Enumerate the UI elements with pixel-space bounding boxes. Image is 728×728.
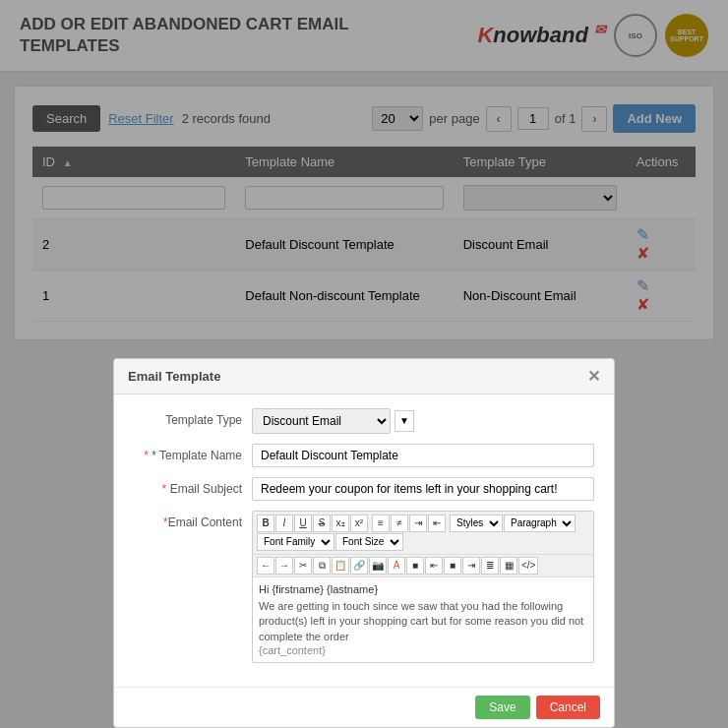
template-type-select[interactable]: Discount Email Non-Discount Email — [252, 408, 391, 434]
align-left-button[interactable]: ⇤ — [425, 557, 443, 575]
editor-toolbar-2: ← → ✂ ⧉ 📋 🔗 📷 A ■ ⇤ ■ ⇥ ≣ ▦ < — [253, 555, 593, 577]
styles-select[interactable]: Styles — [450, 515, 503, 532]
email-content-label: *Email Content — [134, 511, 252, 529]
image-button[interactable]: 📷 — [369, 557, 387, 575]
table-button[interactable]: ▦ — [500, 557, 517, 575]
template-type-control: Discount Email Non-Discount Email ▼ — [252, 408, 414, 434]
modal-overlay: Email Template ✕ Template Type Discount … — [0, 0, 728, 728]
email-subject-input[interactable] — [252, 477, 594, 501]
redo-button[interactable]: → — [275, 557, 293, 575]
ul-button[interactable]: ≡ — [372, 515, 390, 532]
strikethrough-button[interactable]: S — [313, 515, 331, 532]
email-content-group: *Email Content B I U S x₂ x² — [134, 511, 594, 663]
font-size-select[interactable]: Font Size — [335, 533, 403, 551]
modal-body: Template Type Discount Email Non-Discoun… — [114, 394, 614, 687]
cancel-button[interactable]: Cancel — [536, 696, 600, 719]
template-type-group: Template Type Discount Email Non-Discoun… — [134, 408, 594, 434]
paragraph-select[interactable]: Paragraph — [504, 515, 576, 532]
format-buttons: B I U S x₂ x² — [257, 515, 368, 532]
modal-footer: Save Cancel — [114, 687, 614, 727]
email-template-modal: Email Template ✕ Template Type Discount … — [113, 358, 615, 728]
modal-header: Email Template ✕ — [114, 359, 614, 394]
editor-salutation: Hi {firstname} {lastname} — [259, 583, 587, 595]
color-button[interactable]: A — [388, 557, 405, 575]
bg-color-button[interactable]: ■ — [406, 557, 424, 575]
editor-body-text: We are getting in touch since we saw tha… — [259, 599, 587, 644]
save-button[interactable]: Save — [475, 696, 529, 719]
align-right-button[interactable]: ⇥ — [462, 557, 480, 575]
list-buttons: ≡ ≠ ⇥ ⇤ — [372, 515, 446, 532]
email-subject-group: * Email Subject — [134, 477, 594, 501]
dropdown-arrow-icon[interactable]: ▼ — [394, 410, 414, 432]
underline-button[interactable]: U — [294, 515, 312, 532]
italic-button[interactable]: I — [275, 515, 293, 532]
align-justify-button[interactable]: ≣ — [481, 557, 499, 575]
editor-toolbar-1: B I U S x₂ x² ≡ ≠ ⇥ ⇤ — [253, 512, 593, 555]
bold-button[interactable]: B — [257, 515, 274, 532]
link-button[interactable]: 🔗 — [350, 557, 368, 575]
email-subject-label: * Email Subject — [134, 477, 252, 496]
align-center-button[interactable]: ■ — [444, 557, 461, 575]
font-family-select[interactable]: Font Family — [257, 533, 334, 551]
paste-button[interactable]: 📋 — [332, 557, 349, 575]
undo-button[interactable]: ← — [257, 557, 274, 575]
sub-button[interactable]: x₂ — [332, 515, 349, 532]
template-name-label: * * Template Name — [134, 444, 252, 462]
email-content-editor: B I U S x₂ x² ≡ ≠ ⇥ ⇤ — [252, 511, 594, 663]
editor-shortcode: {cart_content} — [259, 644, 587, 656]
cut-button[interactable]: ✂ — [294, 557, 312, 575]
modal-title: Email Template — [128, 369, 220, 384]
copy-button[interactable]: ⧉ — [313, 557, 331, 575]
source-button[interactable]: </> — [518, 557, 538, 575]
editor-content-area[interactable]: Hi {firstname} {lastname} We are getting… — [253, 577, 593, 662]
template-name-input[interactable] — [252, 444, 594, 467]
modal-close-button[interactable]: ✕ — [587, 367, 600, 386]
outdent-button[interactable]: ⇤ — [428, 515, 446, 532]
ol-button[interactable]: ≠ — [391, 515, 408, 532]
indent-button[interactable]: ⇥ — [409, 515, 427, 532]
template-type-label: Template Type — [134, 408, 252, 427]
template-name-group: * * Template Name — [134, 444, 594, 467]
sup-button[interactable]: x² — [350, 515, 368, 532]
